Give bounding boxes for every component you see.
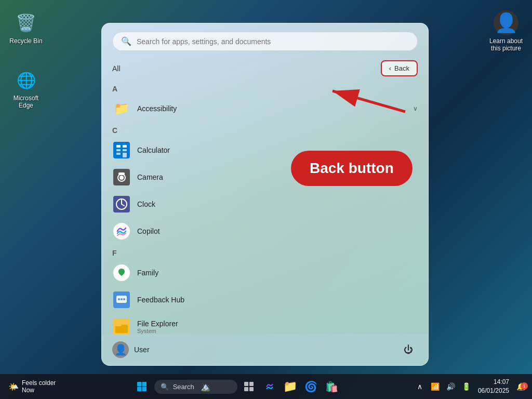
clock-icon xyxy=(112,195,131,214)
task-view-button[interactable] xyxy=(240,377,258,396)
taskbar-center: 🔍 Search 🏔️ 📁 🌀 🛍️ xyxy=(60,376,413,397)
svg-rect-4 xyxy=(123,149,127,151)
taskbar: 🌤️ Feels colder Now 🔍 Search 🏔️ xyxy=(0,374,532,399)
file-explorer-taskbar[interactable]: 📁 xyxy=(281,377,300,396)
back-button[interactable]: ‹ Back xyxy=(381,60,418,76)
weather-widget[interactable]: 🌤️ Feels colder Now xyxy=(4,377,60,396)
svg-rect-0 xyxy=(113,142,130,158)
avatar: 👤 xyxy=(112,341,129,358)
search-box[interactable]: 🔍 xyxy=(112,32,418,51)
all-label: All xyxy=(112,64,121,73)
copilot-info: Copilot xyxy=(137,227,418,235)
recycle-bin-icon[interactable]: 🗑️ Recycle Bin xyxy=(5,10,47,45)
notification-area[interactable]: 🔔 1 xyxy=(513,379,528,394)
list-item[interactable]: Copilot xyxy=(106,218,424,245)
clock-name: Clock xyxy=(137,200,418,208)
svg-rect-32 xyxy=(249,382,254,386)
svg-rect-29 xyxy=(137,387,142,392)
camera-info: Camera xyxy=(137,173,418,181)
weather-time: Now xyxy=(22,387,56,394)
start-button[interactable] xyxy=(131,376,152,397)
svg-rect-6 xyxy=(123,153,127,157)
alpha-f: F xyxy=(106,245,424,259)
alpha-a: A xyxy=(106,81,424,95)
family-icon xyxy=(112,263,131,282)
svg-rect-24 xyxy=(115,323,122,326)
app-list-header: All ‹ Back xyxy=(102,56,428,81)
svg-rect-2 xyxy=(123,145,127,148)
svg-rect-10 xyxy=(118,172,125,175)
battery-icon[interactable]: 🔋 xyxy=(459,379,474,394)
taskbar-right: ∧ 📶 🔊 🔋 14:07 06/01/2025 🔔 1 xyxy=(413,378,532,395)
chevron-down-icon: ∨ xyxy=(413,105,418,112)
svg-rect-28 xyxy=(142,382,147,387)
start-bottom-bar: 👤 User ⏻ xyxy=(102,334,428,365)
learn-about-image: 👤 xyxy=(494,10,518,35)
learn-about-icon[interactable]: 👤 Learn about this picture xyxy=(485,10,527,52)
app-list-area: All ‹ Back A 📁 Accessibility ∨ C xyxy=(102,56,428,334)
list-item[interactable]: Clock xyxy=(106,191,424,218)
camera-name: Camera xyxy=(137,173,418,181)
feedback-hub-info: Feedback Hub xyxy=(137,296,418,304)
taskbar-search[interactable]: 🔍 Search 🏔️ xyxy=(154,380,237,394)
calculator-name: Calculator xyxy=(137,146,418,154)
svg-point-19 xyxy=(118,298,120,300)
app-list-scroll[interactable]: A 📁 Accessibility ∨ C xyxy=(102,81,428,334)
system-tray: ∧ 📶 🔊 🔋 xyxy=(413,379,474,394)
user-name: User xyxy=(134,345,150,354)
camera-icon xyxy=(112,168,131,187)
copilot-name: Copilot xyxy=(137,227,418,235)
power-button[interactable]: ⏻ xyxy=(399,340,418,359)
weather-feels: Feels colder xyxy=(22,379,56,387)
svg-rect-31 xyxy=(244,382,248,386)
recycle-bin-label: Recycle Bin xyxy=(9,37,42,45)
svg-rect-33 xyxy=(244,387,248,391)
chevron-up-icon[interactable]: ∧ xyxy=(413,379,427,394)
svg-rect-15 xyxy=(113,223,130,240)
alpha-c: C xyxy=(106,122,424,137)
user-area[interactable]: 👤 User xyxy=(112,341,150,358)
list-item[interactable]: File Explorer System xyxy=(106,313,424,334)
list-item[interactable]: Family xyxy=(106,259,424,286)
network-icon[interactable]: 📶 xyxy=(428,379,443,394)
copilot-icon xyxy=(112,222,131,241)
learn-about-label: Learn about this picture xyxy=(485,37,527,52)
notification-badge: 1 xyxy=(521,382,528,390)
copilot-taskbar[interactable] xyxy=(260,377,279,396)
ms-edge-label: Microsoft Edge xyxy=(5,95,47,109)
svg-point-20 xyxy=(121,298,123,300)
feedback-hub-name: Feedback Hub xyxy=(137,296,418,304)
recycle-bin-image: 🗑️ xyxy=(14,10,38,35)
weather-text: Feels colder Now xyxy=(22,379,56,394)
family-info: Family xyxy=(137,269,418,277)
taskbar-search-icon: 🔍 xyxy=(161,383,169,391)
list-item[interactable]: Feedback Hub xyxy=(106,286,424,313)
clock-time: 14:07 xyxy=(478,378,509,387)
clock-display[interactable]: 14:07 06/01/2025 xyxy=(476,378,511,395)
taskbar-search-label: Search xyxy=(173,383,194,391)
start-menu: 🔍 All ‹ Back A 📁 Accessibility ∨ xyxy=(101,23,429,366)
svg-rect-27 xyxy=(137,382,142,387)
store-taskbar[interactable]: 🛍️ xyxy=(323,377,341,396)
svg-point-9 xyxy=(119,176,124,180)
back-chevron-icon: ‹ xyxy=(389,64,391,72)
file-explorer-icon xyxy=(112,317,131,334)
start-search-area: 🔍 xyxy=(102,23,428,56)
speaker-icon[interactable]: 🔊 xyxy=(444,379,458,394)
search-input[interactable] xyxy=(137,37,409,46)
calculator-info: Calculator xyxy=(137,146,418,154)
clock-info: Clock xyxy=(137,200,418,208)
svg-rect-34 xyxy=(249,387,254,391)
svg-rect-1 xyxy=(116,145,121,148)
edge-taskbar[interactable]: 🌀 xyxy=(302,377,321,396)
list-item[interactable]: 📁 Accessibility ∨ xyxy=(106,95,424,122)
list-item[interactable]: Camera xyxy=(106,164,424,191)
ms-edge-icon[interactable]: 🌐 Microsoft Edge xyxy=(5,68,47,109)
weather-icon: 🌤️ xyxy=(8,382,19,392)
list-item[interactable]: Calculator xyxy=(106,137,424,164)
accessibility-name: Accessibility xyxy=(137,104,407,113)
file-explorer-sub: System xyxy=(137,328,418,334)
accessibility-icon: 📁 xyxy=(112,99,131,118)
calculator-icon xyxy=(112,141,131,159)
svg-point-21 xyxy=(123,298,125,300)
